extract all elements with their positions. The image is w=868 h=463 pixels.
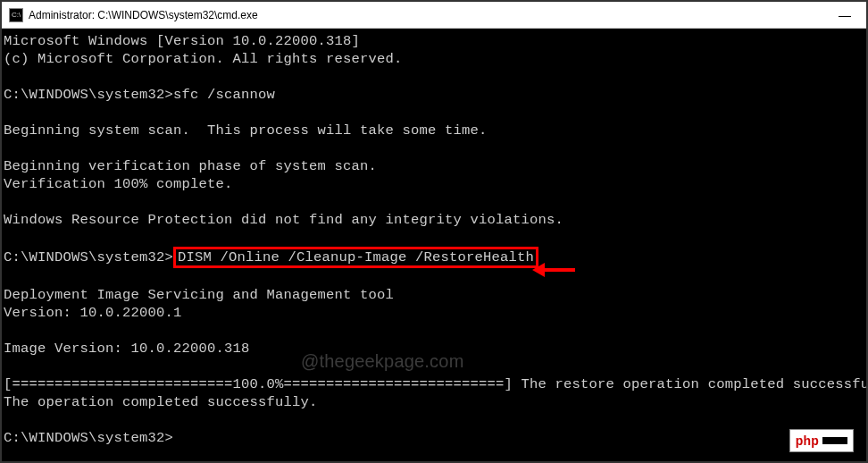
window-title: Administrator: C:\WINDOWS\system32\cmd.e… [29, 9, 258, 21]
terminal-output[interactable]: Microsoft Windows [Version 10.0.22000.31… [2, 29, 866, 461]
scan-begin-line: Beginning system scan. This process will… [4, 122, 488, 139]
window-titlebar: C:\ Administrator: C:\WINDOWS\system32\c… [2, 2, 866, 29]
operation-done-line: The operation completed successfully. [4, 394, 318, 410]
annotation-arrow-icon [532, 259, 577, 281]
prompt-3: C:\WINDOWS\system32> [4, 430, 173, 446]
php-badge: php [789, 429, 854, 452]
window-controls: — [838, 8, 859, 22]
command-sfc: sfc /scannow [173, 87, 275, 103]
image-version-line: Image Version: 10.0.22000.318 [4, 341, 250, 357]
dism-version-line: Version: 10.0.22000.1 [4, 305, 182, 321]
sfc-result-line: Windows Resource Protection did not find… [4, 212, 563, 228]
prompt-1: C:\WINDOWS\system32> [4, 87, 173, 103]
svg-marker-1 [532, 263, 545, 277]
badge-label: php [796, 432, 819, 450]
verify-done-line: Verification 100% complete. [4, 176, 233, 192]
cmd-icon: C:\ [9, 8, 23, 22]
progress-line: [==========================100.0%=======… [4, 376, 868, 392]
dism-header-line: Deployment Image Servicing and Managemen… [4, 287, 394, 303]
watermark-text: @thegeekpage.com [301, 352, 464, 370]
highlighted-command: DISM /Online /Cleanup-Image /RestoreHeal… [173, 247, 538, 268]
badge-bar-icon [822, 437, 847, 444]
copyright-line: (c) Microsoft Corporation. All rights re… [4, 51, 403, 67]
minimize-button[interactable]: — [838, 8, 852, 22]
prompt-2: C:\WINDOWS\system32> [4, 249, 173, 265]
verify-begin-line: Beginning verification phase of system s… [4, 158, 377, 174]
os-version-line: Microsoft Windows [Version 10.0.22000.31… [4, 33, 360, 49]
